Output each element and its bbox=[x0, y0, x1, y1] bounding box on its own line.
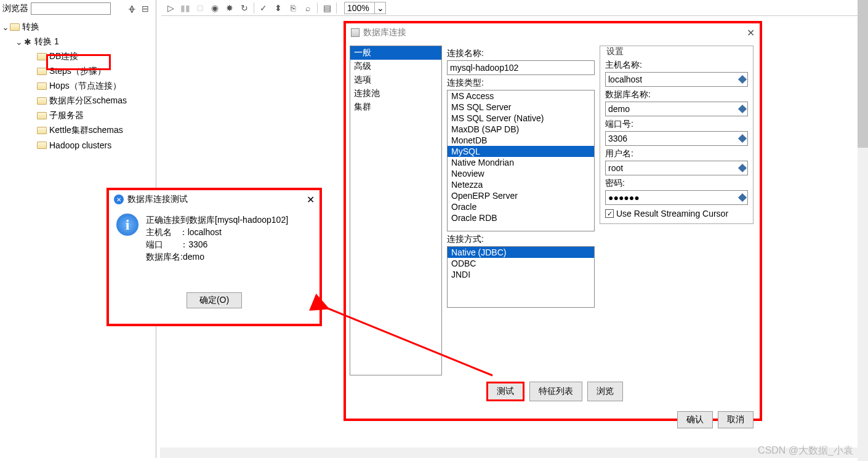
dialog-titlebar[interactable]: 数据库连接 ✕ bbox=[346, 23, 760, 42]
tree-label: DB连接 bbox=[49, 51, 78, 62]
type-option[interactable]: Oracle bbox=[448, 201, 594, 212]
category-general[interactable]: 一般 bbox=[350, 46, 441, 60]
horizontal-scrollbar[interactable] bbox=[160, 447, 858, 458]
tree-item-hops[interactable]: Hops（节点连接） bbox=[0, 79, 156, 94]
category-list[interactable]: 一般 高级 选项 连接池 集群 bbox=[350, 46, 442, 375]
host-input[interactable] bbox=[605, 72, 748, 87]
zoom-value: 100% bbox=[345, 3, 374, 13]
folder-icon bbox=[37, 68, 47, 75]
type-option[interactable]: Native Mondrian bbox=[448, 157, 594, 168]
category-cluster[interactable]: 集群 bbox=[350, 100, 441, 114]
msg-line: 端口 ：3306 bbox=[146, 238, 288, 251]
type-listbox[interactable]: MS AccessMS SQL ServerMS SQL Server (Nat… bbox=[447, 90, 595, 231]
category-advanced[interactable]: 高级 bbox=[350, 60, 441, 73]
stream-cursor-label: Use Result Streaming Cursor bbox=[616, 209, 728, 218]
tree-root[interactable]: ⌄ 转换 bbox=[0, 20, 156, 34]
checkbox-icon[interactable]: ✓ bbox=[605, 209, 614, 218]
type-option[interactable]: MS SQL Server (Native) bbox=[448, 113, 594, 124]
zoom-selector[interactable]: 100% ⌄ bbox=[344, 2, 386, 14]
name-label: 连接名称: bbox=[447, 48, 595, 59]
preview-icon[interactable]: ◉ bbox=[209, 2, 220, 14]
user-label: 用户名: bbox=[605, 148, 748, 159]
user-input[interactable] bbox=[605, 161, 748, 175]
chevron-down-icon[interactable]: ⌄ bbox=[374, 2, 385, 14]
browser-label: 浏览器 bbox=[2, 3, 28, 14]
tree-label: Hadoop clusters bbox=[49, 140, 111, 150]
main-toolbar: ▷ ▮▮ □ ◉ ✸ ↻ ✓ ⬍ ⎘ ⌕ ▤ 100% ⌄ bbox=[161, 0, 862, 16]
features-button[interactable]: 特征列表 bbox=[529, 382, 582, 401]
sql-icon[interactable]: ⎘ bbox=[287, 2, 299, 14]
ok-button[interactable]: 确定(O) bbox=[187, 292, 242, 308]
folder-icon bbox=[37, 112, 47, 119]
stop-icon[interactable]: □ bbox=[195, 2, 206, 14]
close-icon[interactable]: ✕ bbox=[307, 194, 315, 206]
tree-trans1[interactable]: ⌄ ✱ 转换 1 bbox=[0, 34, 156, 49]
app-icon: ✕ bbox=[114, 194, 124, 204]
db-label: 数据库名称: bbox=[605, 89, 748, 100]
type-option[interactable]: MS SQL Server bbox=[448, 102, 594, 113]
verify-icon[interactable]: ✓ bbox=[258, 2, 269, 14]
vertical-scrollbar[interactable] bbox=[858, 0, 868, 461]
tree-item-slaves[interactable]: 子服务器 bbox=[0, 108, 156, 123]
type-label: 连接类型: bbox=[447, 78, 595, 89]
pwd-label: 密码: bbox=[605, 178, 748, 189]
name-input[interactable] bbox=[447, 60, 595, 75]
type-option[interactable]: MaxDB (SAP DB) bbox=[448, 124, 594, 135]
folder-icon bbox=[37, 127, 47, 134]
tree-item-hadoop[interactable]: Hadoop clusters bbox=[0, 138, 156, 153]
explore-icon[interactable]: ⌕ bbox=[302, 2, 313, 14]
port-input[interactable] bbox=[605, 131, 748, 146]
stream-cursor-row[interactable]: ✓ Use Result Streaming Cursor bbox=[605, 209, 748, 218]
type-option[interactable]: Netezza bbox=[448, 179, 594, 190]
tree-item-steps[interactable]: Steps（步骤） bbox=[0, 64, 156, 79]
type-option[interactable]: OpenERP Server bbox=[448, 190, 594, 201]
tree-label: Hops（节点连接） bbox=[49, 81, 121, 92]
method-option[interactable]: Native (JDBC) bbox=[448, 247, 594, 258]
cancel-button[interactable]: 取消 bbox=[718, 411, 753, 428]
expand-icon[interactable]: ⌄ bbox=[1, 22, 10, 32]
ok-button[interactable]: 确认 bbox=[677, 411, 713, 428]
window-icon bbox=[351, 28, 360, 37]
tree-item-clusters[interactable]: Kettle集群schemas bbox=[0, 123, 156, 138]
collapse-icon[interactable]: ⊟ bbox=[140, 3, 151, 14]
button-row: 测试 特征列表 浏览 bbox=[346, 379, 760, 404]
msg-line: 正确连接到数据库[mysql-hadoop102] bbox=[146, 214, 288, 226]
category-pool[interactable]: 连接池 bbox=[350, 87, 441, 100]
impact-icon[interactable]: ⬍ bbox=[273, 2, 284, 14]
method-option[interactable]: JNDI bbox=[448, 269, 594, 280]
debug-icon[interactable]: ✸ bbox=[224, 2, 235, 14]
type-option[interactable]: MonetDB bbox=[448, 135, 594, 146]
test-button[interactable]: 测试 bbox=[486, 382, 524, 401]
tree-label: 转换 1 bbox=[34, 36, 59, 47]
close-icon[interactable]: ✕ bbox=[747, 27, 755, 39]
dialog-titlebar[interactable]: ✕ 数据库连接测试 ✕ bbox=[109, 190, 319, 209]
type-option[interactable]: Neoview bbox=[448, 168, 594, 179]
browser-header: 浏览器 ᚖ ⊟ bbox=[0, 0, 156, 17]
show-results-icon[interactable]: ▤ bbox=[321, 2, 332, 14]
browse-button[interactable]: 浏览 bbox=[587, 382, 623, 401]
transformation-icon: ✱ bbox=[23, 38, 32, 46]
type-option[interactable]: MS Access bbox=[448, 90, 594, 102]
pwd-input[interactable] bbox=[605, 190, 748, 205]
info-icon bbox=[116, 214, 139, 236]
run-icon[interactable]: ▷ bbox=[165, 2, 176, 14]
type-option[interactable]: MySQL bbox=[448, 146, 594, 157]
settings-label: 设置 bbox=[605, 46, 625, 57]
expand-icon[interactable]: ⌄ bbox=[15, 37, 23, 47]
db-input[interactable] bbox=[605, 102, 748, 116]
folder-icon bbox=[37, 82, 47, 90]
type-option[interactable]: Oracle RDB bbox=[448, 212, 594, 223]
replay-icon[interactable]: ↻ bbox=[239, 2, 250, 14]
connection-dialog: 数据库连接 ✕ 一般 高级 选项 连接池 集群 连接名称: 连接类型: MS A… bbox=[344, 21, 762, 421]
tree-icon[interactable]: ᚖ bbox=[126, 3, 137, 14]
method-listbox[interactable]: Native (JDBC)ODBCJNDI bbox=[447, 246, 595, 308]
category-options[interactable]: 选项 bbox=[350, 73, 441, 87]
separator bbox=[254, 2, 254, 14]
separator bbox=[336, 2, 337, 14]
pause-icon[interactable]: ▮▮ bbox=[180, 2, 191, 14]
test-dialog: ✕ 数据库连接测试 ✕ 正确连接到数据库[mysql-hadoop102] 主机… bbox=[106, 188, 322, 326]
method-option[interactable]: ODBC bbox=[448, 258, 594, 269]
search-input[interactable] bbox=[31, 2, 111, 15]
tree-item-partitions[interactable]: 数据库分区schemas bbox=[0, 94, 156, 108]
tree-item-db[interactable]: DB连接 bbox=[0, 49, 156, 64]
